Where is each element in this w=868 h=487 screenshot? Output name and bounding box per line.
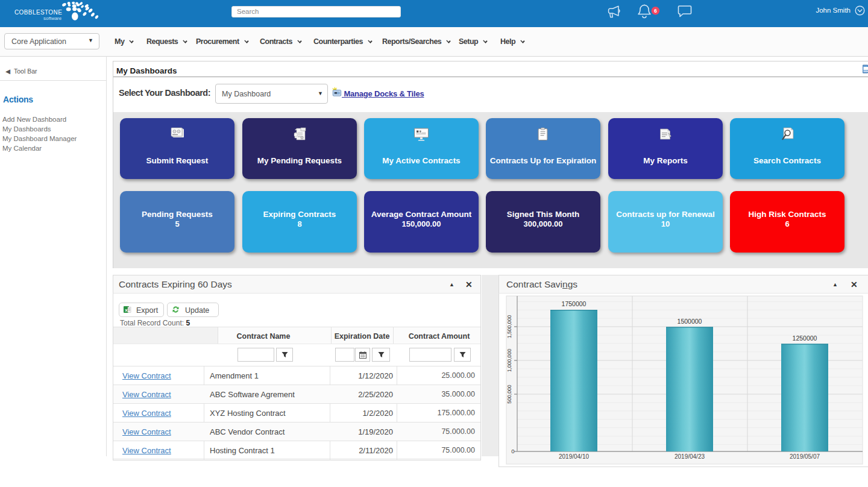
svg-text:1,500,000: 1,500,000	[506, 315, 512, 339]
svg-text:1,000,000: 1,000,000	[506, 349, 512, 372]
svg-text:1250000: 1250000	[793, 335, 817, 342]
svg-text:2019/05/07: 2019/05/07	[790, 453, 820, 460]
svg-text:1500000: 1500000	[678, 318, 702, 325]
svg-text:1750000: 1750000	[562, 300, 587, 307]
svg-text:2019/04/10: 2019/04/10	[559, 453, 589, 460]
svg-text:0: 0	[511, 448, 514, 454]
svg-text:x: x	[125, 307, 128, 313]
svg-text:6: 6	[654, 8, 657, 14]
svg-text:2019/04/23: 2019/04/23	[675, 453, 705, 460]
svg-text:COBBLESTONE: COBBLESTONE	[14, 9, 62, 16]
svg-text:software: software	[43, 16, 62, 21]
svg-text:500,000: 500,000	[506, 385, 512, 404]
